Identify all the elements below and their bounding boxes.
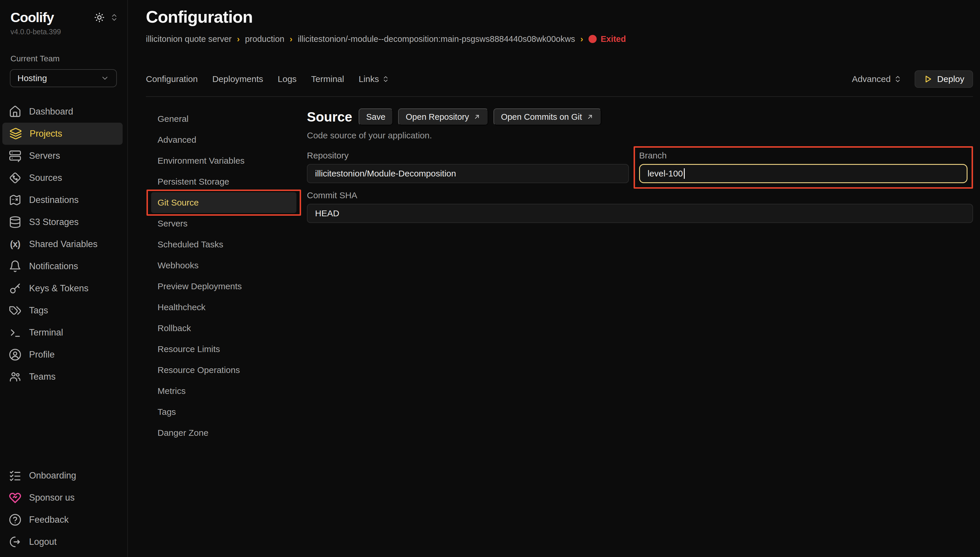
subnav-item-webhooks[interactable]: Webhooks bbox=[151, 255, 296, 276]
chevron-right-icon: › bbox=[580, 34, 583, 44]
deploy-button[interactable]: Deploy bbox=[915, 70, 973, 88]
open-repository-button[interactable]: Open Repository bbox=[398, 108, 488, 125]
save-button[interactable]: Save bbox=[359, 108, 393, 125]
app-logo: Coolify bbox=[10, 10, 54, 24]
chevrons-up-down-icon bbox=[894, 75, 902, 83]
repository-input[interactable]: illicitestonion/Module-Decomposition bbox=[307, 164, 629, 183]
sidebar-item-label: Sponsor us bbox=[29, 492, 75, 503]
subnav-item-tags[interactable]: Tags bbox=[151, 401, 296, 422]
sidebar-footer-nav: Onboarding Sponsor us Feedback Logout bbox=[0, 464, 127, 553]
open-commits-button[interactable]: Open Commits on Git bbox=[494, 108, 601, 125]
sidebar-item-shared-variables[interactable]: (x) Shared Variables bbox=[0, 233, 127, 255]
help-circle-icon bbox=[9, 513, 21, 526]
subnav-item-git-source[interactable]: Git Source bbox=[151, 192, 296, 213]
sidebar-item-label: Destinations bbox=[29, 195, 79, 205]
subnav-item-metrics[interactable]: Metrics bbox=[151, 381, 296, 401]
sidebar-item-servers[interactable]: Servers bbox=[0, 145, 127, 167]
logo-row: Coolify bbox=[0, 10, 127, 24]
sidebar-item-label: Profile bbox=[29, 349, 55, 360]
commit-sha-field-group: Commit SHA HEAD bbox=[307, 191, 973, 223]
sidebar-item-logout[interactable]: Logout bbox=[0, 531, 127, 553]
status-badge: Exited bbox=[588, 34, 626, 44]
commit-sha-label: Commit SHA bbox=[307, 191, 973, 200]
tab-terminal[interactable]: Terminal bbox=[311, 74, 344, 84]
sun-icon[interactable] bbox=[94, 11, 105, 23]
sidebar-item-label: Teams bbox=[29, 371, 55, 382]
shared-variables-icon: (x) bbox=[9, 239, 21, 249]
tab-logs[interactable]: Logs bbox=[278, 74, 297, 84]
sidebar-item-tags[interactable]: Tags bbox=[0, 300, 127, 321]
subnav-item-advanced[interactable]: Advanced bbox=[151, 129, 296, 150]
tab-configuration[interactable]: Configuration bbox=[146, 74, 198, 84]
sidebar-item-label: Tags bbox=[29, 305, 48, 316]
team-select[interactable]: Hosting bbox=[10, 69, 117, 87]
open-repository-label: Open Repository bbox=[406, 112, 469, 122]
subnav-item-persistent-storage[interactable]: Persistent Storage bbox=[151, 171, 296, 192]
team-select-value: Hosting bbox=[18, 73, 47, 83]
breadcrumb-application[interactable]: illicitestonion/-module--decomposition:m… bbox=[297, 34, 575, 44]
commit-sha-input[interactable]: HEAD bbox=[307, 204, 973, 223]
subnav-item-scheduled-tasks[interactable]: Scheduled Tasks bbox=[151, 234, 296, 255]
subnav-item-resource-limits[interactable]: Resource Limits bbox=[151, 339, 296, 360]
tabs-divider bbox=[146, 96, 973, 97]
subnav-item-general[interactable]: General bbox=[151, 108, 296, 129]
main-content: Configuration illicitonion quote server … bbox=[128, 0, 980, 557]
sidebar-item-dashboard[interactable]: Dashboard bbox=[0, 101, 127, 123]
sidebar-item-teams[interactable]: Teams bbox=[0, 366, 127, 388]
sidebar-item-label: Dashboard bbox=[29, 106, 73, 117]
tags-icon bbox=[9, 304, 21, 317]
branch-input[interactable]: level-100 bbox=[639, 164, 967, 183]
sidebar-nav: Dashboard Projects Servers Sources Desti… bbox=[0, 101, 127, 388]
subnav-item-preview-deployments[interactable]: Preview Deployments bbox=[151, 276, 296, 297]
subnav-item-danger-zone[interactable]: Danger Zone bbox=[151, 422, 296, 443]
subnav-item-environment-variables[interactable]: Environment Variables bbox=[151, 150, 296, 171]
sidebar-item-label: Terminal bbox=[29, 327, 63, 338]
subnav-item-healthcheck[interactable]: Healthcheck bbox=[151, 297, 296, 318]
checklist-icon bbox=[9, 469, 21, 482]
breadcrumb: illicitonion quote server › production ›… bbox=[146, 34, 973, 44]
tabs-row: Configuration Deployments Logs Terminal … bbox=[146, 70, 973, 88]
status-label: Exited bbox=[601, 34, 626, 44]
subnav-item-resource-operations[interactable]: Resource Operations bbox=[151, 360, 296, 381]
play-icon bbox=[923, 75, 933, 84]
user-circle-icon bbox=[9, 348, 21, 361]
deploy-label: Deploy bbox=[937, 74, 964, 84]
tab-links[interactable]: Links bbox=[359, 74, 390, 84]
subnav-item-rollback[interactable]: Rollback bbox=[151, 318, 296, 339]
sidebar-item-projects[interactable]: Projects bbox=[2, 123, 123, 145]
breadcrumb-project[interactable]: illicitonion quote server bbox=[146, 34, 232, 44]
sidebar-item-notifications[interactable]: Notifications bbox=[0, 255, 127, 277]
subnav-item-servers[interactable]: Servers bbox=[151, 213, 296, 234]
sidebar-item-label: Projects bbox=[30, 129, 62, 139]
advanced-selector[interactable]: Advanced bbox=[852, 74, 902, 84]
chevrons-up-down-icon[interactable] bbox=[110, 13, 119, 22]
text-caret bbox=[684, 168, 685, 179]
source-description: Code source of your application. bbox=[307, 130, 973, 140]
sidebar-item-destinations[interactable]: Destinations bbox=[0, 189, 127, 211]
breadcrumb-environment[interactable]: production bbox=[245, 34, 284, 44]
branch-field-group: Branch level-100 bbox=[639, 151, 967, 183]
sidebar-item-profile[interactable]: Profile bbox=[0, 344, 127, 366]
home-icon bbox=[9, 105, 21, 118]
git-source-panel: Source Save Open Repository Open Commits… bbox=[307, 108, 973, 557]
terminal-icon bbox=[9, 326, 21, 339]
sidebar-item-label: Notifications bbox=[29, 261, 78, 272]
sidebar-item-label: Sources bbox=[29, 173, 62, 183]
sidebar-item-s3-storages[interactable]: S3 Storages bbox=[0, 211, 127, 233]
sidebar-item-sponsor-us[interactable]: Sponsor us bbox=[0, 487, 127, 509]
save-label: Save bbox=[366, 112, 385, 122]
tab-deployments[interactable]: Deployments bbox=[212, 74, 263, 84]
chevrons-up-down-icon bbox=[382, 75, 390, 83]
sidebar-item-onboarding[interactable]: Onboarding bbox=[0, 464, 127, 487]
sidebar-item-feedback[interactable]: Feedback bbox=[0, 509, 127, 531]
sidebar-item-keys-tokens[interactable]: Keys & Tokens bbox=[0, 277, 127, 300]
commit-sha-value: HEAD bbox=[315, 208, 339, 218]
key-icon bbox=[9, 282, 21, 295]
sidebar-item-sources[interactable]: Sources bbox=[0, 167, 127, 189]
sidebar-item-label: S3 Storages bbox=[29, 217, 79, 227]
sidebar-item-terminal[interactable]: Terminal bbox=[0, 321, 127, 344]
layers-icon bbox=[9, 127, 22, 140]
advanced-label: Advanced bbox=[852, 74, 891, 84]
tabs-right-group: Advanced Deploy bbox=[852, 70, 973, 88]
status-dot-icon bbox=[588, 35, 596, 43]
